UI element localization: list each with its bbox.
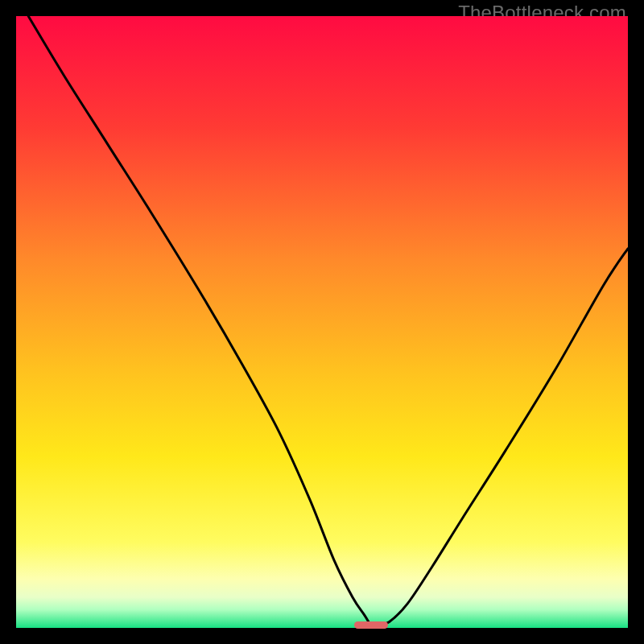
plot-area [16, 16, 628, 628]
bottleneck-curve [16, 16, 628, 628]
chart-frame: TheBottleneck.com [0, 0, 644, 644]
optimal-marker [354, 621, 388, 629]
